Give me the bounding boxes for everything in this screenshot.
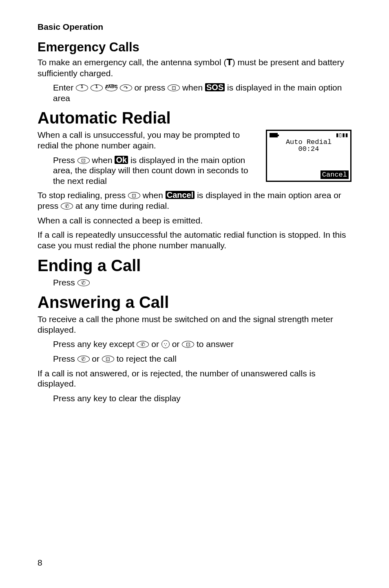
text: Press: [53, 155, 77, 165]
auto-redial-failed: If a call is repeatedly unsuccessful the…: [38, 230, 351, 250]
text: or: [151, 339, 161, 349]
section-breadcrumb: Basic Operation: [38, 22, 351, 32]
battery-icon: [270, 133, 278, 137]
softkey-icon: [77, 157, 90, 164]
text: or: [92, 354, 102, 363]
phone-screen-mockup: ▮▯▮▮ Auto Redial 00:24 Cancel: [266, 130, 351, 182]
ok-badge: Ok: [115, 156, 128, 164]
signal-icon: ▮▯▮▮: [335, 132, 348, 139]
text: to reject the call: [117, 354, 177, 363]
answering-clear: Press any key to clear the display: [53, 393, 351, 404]
key-2-icon: [105, 84, 117, 91]
text: or press: [134, 83, 168, 92]
text: To make an emergency call, the antenna s…: [38, 57, 226, 67]
ending-step: Press: [53, 277, 351, 288]
key-1-icon: [91, 84, 103, 91]
emergency-intro: To make an emergency call, the antenna s…: [38, 57, 351, 78]
text: when: [143, 190, 166, 200]
text: or: [172, 339, 182, 349]
answering-not-answered: If a call is not answered, or is rejecte…: [38, 368, 351, 389]
text: Press: [53, 354, 77, 363]
text: to answer: [197, 339, 234, 349]
heading-automatic-redial: Automatic Redial: [38, 109, 351, 127]
auto-redial-stop: To stop redialing, press when Cancel is …: [38, 190, 351, 211]
antenna-icon: T: [226, 57, 232, 67]
softkey-icon: [128, 192, 140, 199]
auto-redial-connected: When a call is connected a beep is emitt…: [38, 215, 351, 226]
auto-redial-intro: When a call is unsuccessful, you may be …: [38, 130, 250, 150]
emergency-step: Enter or press when SOS is displayed in …: [53, 82, 351, 103]
text: Press: [53, 278, 77, 287]
heading-answering-call: Answering a Call: [38, 293, 351, 312]
key-1-icon: [76, 84, 88, 91]
text: when: [92, 155, 115, 165]
auto-redial-step: Press when Ok is displayed in the main o…: [53, 155, 265, 186]
end-key-icon: [77, 279, 90, 286]
text: when: [182, 83, 205, 92]
answering-step1: Press any key except or or to answer: [53, 339, 351, 349]
text: Enter: [53, 83, 76, 92]
softkey-icon: [182, 341, 194, 348]
answering-intro: To receive a call the phone must be swit…: [38, 314, 351, 335]
screen-line-2: 00:24: [267, 145, 350, 153]
page-number: 8: [38, 558, 42, 568]
text: To stop redialing, press: [38, 190, 128, 200]
answering-step2: Press or to reject the call: [53, 354, 351, 364]
nav-key-icon: [161, 340, 170, 348]
screen-cancel-softkey: Cancel: [320, 170, 349, 179]
heading-ending-call: Ending a Call: [38, 256, 351, 275]
softkey-icon: [102, 356, 114, 363]
sos-badge: SOS: [205, 83, 225, 91]
end-key-icon: [77, 356, 90, 363]
text: at any time during redial.: [75, 201, 169, 210]
heading-emergency-calls: Emergency Calls: [38, 40, 351, 55]
text: Press any key except: [53, 339, 137, 349]
cancel-badge: Cancel: [166, 191, 195, 199]
end-key-icon: [137, 341, 149, 348]
send-key-icon: [120, 84, 132, 91]
softkey-icon: [168, 84, 180, 91]
end-key-icon: [61, 203, 73, 210]
